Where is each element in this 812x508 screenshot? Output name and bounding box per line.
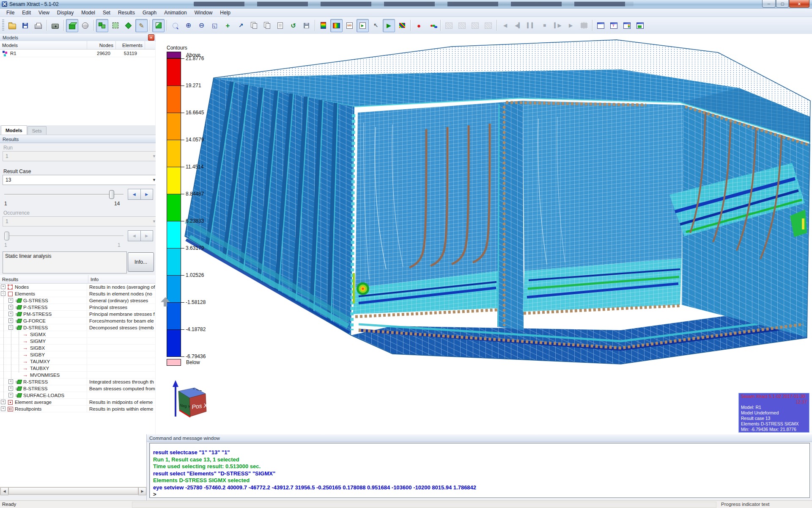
case-next-button[interactable]: ▶ bbox=[141, 189, 154, 200]
fit-view-button[interactable] bbox=[261, 19, 273, 32]
play-animation-button[interactable] bbox=[383, 19, 395, 32]
nodes-column-header[interactable]: Nodes bbox=[87, 41, 116, 49]
anim-frames-button[interactable] bbox=[578, 19, 590, 32]
tab-models[interactable]: Models bbox=[1, 125, 27, 135]
expand-icon[interactable]: + bbox=[1, 284, 5, 289]
tree-row[interactable]: +G-FORCEForces/moments for beam ele bbox=[0, 318, 155, 324]
show-diagram-button[interactable] bbox=[396, 19, 408, 32]
menu-set[interactable]: Set bbox=[99, 9, 114, 16]
window-model-button[interactable] bbox=[634, 19, 646, 32]
anim-first-button[interactable] bbox=[499, 19, 511, 32]
anim-step-back-button[interactable] bbox=[512, 19, 524, 32]
occurrence-slider[interactable] bbox=[3, 230, 125, 241]
tree-row[interactable]: +ResultpointsResults in points within el… bbox=[0, 406, 155, 412]
model-viewport[interactable]: Contours Above 21.877619.27116.664514.05… bbox=[156, 34, 812, 434]
expand-icon[interactable]: + bbox=[8, 298, 13, 303]
window-legend-button[interactable] bbox=[621, 19, 633, 32]
snapshot-button[interactable] bbox=[49, 19, 61, 32]
fly-view-button[interactable] bbox=[235, 19, 247, 32]
occ-prev-button[interactable]: ◀ bbox=[128, 230, 141, 241]
fem-model-render[interactable] bbox=[156, 34, 812, 434]
window-table-button[interactable] bbox=[608, 19, 620, 32]
show-values-button[interactable] bbox=[343, 19, 356, 32]
command-input-area[interactable]: result selectcase "1" "13" "1"Run 1, Res… bbox=[149, 443, 810, 498]
shrink-elements-button[interactable] bbox=[122, 19, 134, 32]
mark-colors-button[interactable] bbox=[426, 19, 438, 32]
scroll-right-icon[interactable]: ▶ bbox=[138, 487, 146, 495]
results-tree-col-results[interactable]: Results bbox=[0, 275, 88, 283]
models-column-header[interactable]: Models bbox=[0, 41, 87, 49]
tree-row[interactable]: +Element averageResults in midpoints of … bbox=[0, 399, 155, 406]
save-image-button[interactable] bbox=[300, 19, 313, 32]
film-frame-4-button[interactable] bbox=[482, 19, 494, 32]
restore-button[interactable]: ▢ bbox=[776, 0, 789, 8]
tree-row[interactable]: +P-STRESSPrincipal stresses bbox=[0, 304, 155, 311]
save-button[interactable] bbox=[19, 19, 31, 32]
zoom-window-button[interactable] bbox=[208, 19, 221, 32]
orientation-cube[interactable]: Pos X Neg Y bbox=[156, 374, 211, 424]
expand-icon[interactable]: + bbox=[8, 393, 13, 398]
pan-view-button[interactable] bbox=[248, 19, 260, 32]
shaded-view-button[interactable] bbox=[66, 19, 78, 32]
tree-row[interactable]: TAUMXY bbox=[0, 358, 155, 365]
show-legend-button[interactable] bbox=[317, 19, 329, 32]
anim-play-button[interactable] bbox=[565, 19, 577, 32]
tree-row[interactable]: +PM-STRESSPrincipal membrane stresses f bbox=[0, 311, 155, 318]
zoom-region-button[interactable] bbox=[169, 19, 181, 32]
scroll-left-icon[interactable]: ◀ bbox=[0, 487, 8, 495]
elements-column-header[interactable]: Elements bbox=[116, 41, 145, 49]
menu-file[interactable]: File bbox=[3, 9, 18, 16]
menu-view[interactable]: View bbox=[35, 9, 53, 16]
tree-row[interactable]: +R-STRESSIntegrated stresses through th bbox=[0, 378, 155, 385]
occurrence-combo[interactable]: 1▼ bbox=[3, 216, 159, 226]
tree-row[interactable]: −D-STRESSDecomposed stresses (memb bbox=[0, 324, 155, 331]
print-button[interactable] bbox=[32, 19, 44, 32]
mark-nodes-button[interactable] bbox=[413, 19, 425, 32]
anim-stop-button[interactable] bbox=[538, 19, 551, 32]
annotate-view-button[interactable] bbox=[274, 19, 286, 32]
menu-edit[interactable]: Edit bbox=[18, 9, 35, 16]
anim-pause-button[interactable] bbox=[525, 19, 538, 32]
tree-row[interactable]: TAUBXY bbox=[0, 365, 155, 372]
wireframe-view-button[interactable] bbox=[79, 19, 91, 32]
window-command-button[interactable] bbox=[595, 19, 607, 32]
tree-row[interactable]: +SURFACE-LOADS bbox=[0, 392, 155, 399]
open-button[interactable] bbox=[6, 19, 18, 32]
occ-next-button[interactable]: ▶ bbox=[141, 230, 154, 241]
tree-row[interactable]: SIGBY bbox=[0, 351, 155, 358]
animate-contours-button[interactable] bbox=[357, 19, 369, 32]
result-case-slider[interactable] bbox=[3, 189, 125, 200]
show-contours-button[interactable] bbox=[330, 19, 343, 32]
expand-icon[interactable]: + bbox=[1, 406, 5, 411]
model-row[interactable]: R12962053119 bbox=[0, 50, 155, 57]
select-region-button[interactable] bbox=[109, 19, 121, 32]
tab-sets[interactable]: Sets bbox=[27, 126, 47, 135]
left-panel-hscrollbar[interactable]: ◀ ▶ bbox=[0, 487, 147, 495]
tree-row[interactable]: MVONMISES bbox=[0, 372, 155, 378]
tree-row[interactable]: +NodesResults in nodes (averaging of bbox=[0, 284, 155, 290]
edit-mode-button[interactable] bbox=[135, 19, 148, 32]
results-tree-col-info[interactable]: Info bbox=[88, 275, 155, 283]
menu-results[interactable]: Results bbox=[114, 9, 139, 16]
tree-row[interactable]: SIGMX bbox=[0, 331, 155, 338]
zoom-in-button[interactable] bbox=[182, 19, 195, 32]
center-view-button[interactable] bbox=[222, 19, 234, 32]
scroll-thumb[interactable] bbox=[8, 487, 138, 494]
minimize-button[interactable]: ─ bbox=[762, 0, 776, 8]
menu-display[interactable]: Display bbox=[53, 9, 77, 16]
info-button[interactable]: Info... bbox=[128, 252, 154, 272]
menu-window[interactable]: Window bbox=[191, 9, 217, 16]
menu-animation[interactable]: Animation bbox=[160, 9, 190, 16]
close-button[interactable]: × bbox=[789, 0, 809, 8]
occurrence-slider-thumb[interactable] bbox=[4, 232, 9, 240]
probe-result-button[interactable] bbox=[370, 19, 382, 32]
case-prev-button[interactable]: ◀ bbox=[128, 189, 141, 200]
tree-row[interactable]: +G-STRESSGeneral (ordinary) stresses bbox=[0, 297, 155, 304]
film-frame-3-button[interactable] bbox=[469, 19, 481, 32]
solid-view-button[interactable] bbox=[152, 19, 165, 32]
film-frame-2-button[interactable] bbox=[456, 19, 468, 32]
zoom-out-button[interactable] bbox=[195, 19, 208, 32]
reset-view-button[interactable] bbox=[287, 19, 299, 32]
tree-row[interactable]: +B-STRESSBeam stresses computed from bbox=[0, 385, 155, 392]
menu-graph[interactable]: Graph bbox=[139, 9, 160, 16]
